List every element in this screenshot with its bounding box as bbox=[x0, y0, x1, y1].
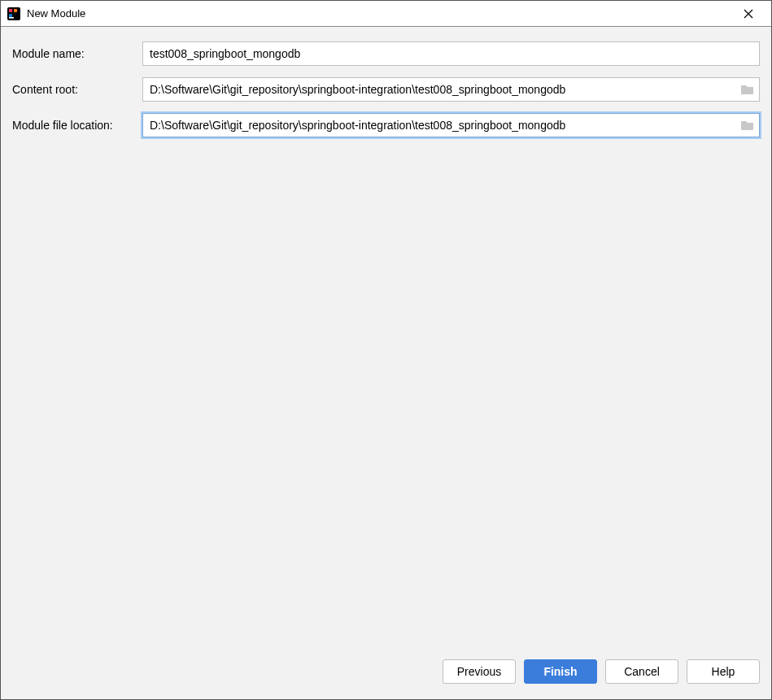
row-module-name: Module name: bbox=[12, 41, 760, 66]
titlebar: New Module bbox=[1, 1, 771, 27]
previous-button[interactable]: Previous bbox=[443, 659, 516, 684]
svg-rect-1 bbox=[9, 9, 12, 12]
svg-rect-4 bbox=[9, 17, 14, 19]
close-button[interactable] bbox=[732, 1, 765, 26]
label-module-file-location: Module file location: bbox=[12, 119, 142, 132]
help-button[interactable]: Help bbox=[687, 659, 760, 684]
new-module-dialog: New Module Module name: Content root: bbox=[0, 0, 772, 700]
label-content-root: Content root: bbox=[12, 83, 142, 96]
folder-icon bbox=[741, 120, 754, 131]
button-bar: Previous Finish Cancel Help bbox=[1, 652, 771, 699]
input-content-root[interactable] bbox=[142, 77, 760, 102]
cancel-button[interactable]: Cancel bbox=[605, 659, 678, 684]
intellij-icon bbox=[7, 7, 20, 20]
browse-module-file-location-button[interactable] bbox=[736, 114, 759, 137]
finish-button[interactable]: Finish bbox=[524, 659, 597, 684]
input-module-file-location[interactable] bbox=[142, 113, 760, 137]
close-icon bbox=[744, 9, 753, 19]
browse-content-root-button[interactable] bbox=[736, 78, 759, 101]
input-module-name[interactable] bbox=[142, 41, 760, 66]
dialog-title: New Module bbox=[27, 7, 732, 20]
svg-rect-2 bbox=[14, 9, 17, 12]
svg-rect-3 bbox=[9, 14, 12, 17]
label-module-name: Module name: bbox=[12, 47, 142, 60]
row-content-root: Content root: bbox=[12, 77, 760, 102]
row-module-file-location: Module file location: bbox=[12, 113, 760, 137]
form-area: Module name: Content root: Module file l… bbox=[1, 27, 771, 652]
folder-icon bbox=[741, 84, 754, 95]
